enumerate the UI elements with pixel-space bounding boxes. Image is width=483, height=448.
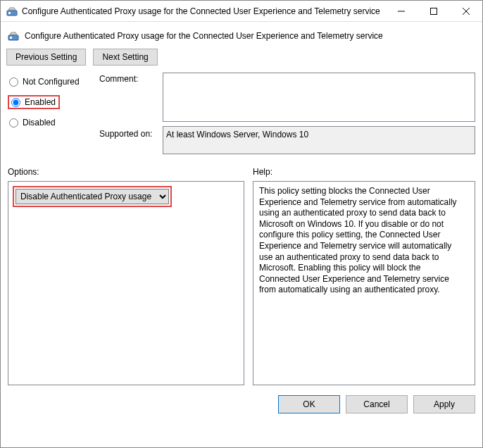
radio-enabled[interactable]	[11, 98, 20, 107]
options-pane: Disable Authenticated Proxy usage	[8, 181, 244, 385]
radio-not-configured-label: Not Configured	[23, 77, 80, 87]
apply-button[interactable]: Apply	[413, 395, 475, 413]
proxy-usage-select[interactable]: Disable Authenticated Proxy usage	[15, 189, 169, 204]
comment-label: Comment:	[99, 73, 163, 84]
cancel-button[interactable]: Cancel	[346, 395, 408, 413]
radio-disabled-label: Disabled	[23, 118, 56, 127]
supported-on-label: Supported on:	[99, 122, 163, 139]
options-label: Options:	[8, 167, 253, 177]
header: Configure Authenticated Proxy usage for …	[8, 27, 475, 44]
svg-rect-3	[431, 8, 437, 14]
svg-rect-7	[10, 37, 12, 39]
previous-setting-button[interactable]: Previous Setting	[6, 49, 86, 66]
maximize-button[interactable]	[418, 1, 450, 22]
close-button[interactable]	[450, 1, 482, 22]
comment-field[interactable]	[163, 73, 475, 122]
radio-not-configured[interactable]	[9, 77, 18, 87]
svg-rect-1	[8, 12, 11, 14]
titlebar: Configure Authenticated Proxy usage for …	[1, 1, 482, 22]
enabled-highlight: Enabled	[8, 95, 60, 109]
ok-button[interactable]: OK	[278, 395, 340, 413]
window-title: Configure Authenticated Proxy usage for …	[22, 6, 385, 16]
help-pane[interactable]: This policy setting blocks the Connected…	[253, 181, 475, 385]
next-setting-button[interactable]: Next Setting	[93, 49, 157, 66]
policy-icon	[8, 30, 19, 42]
supported-on-field	[163, 126, 475, 154]
help-label: Help:	[253, 167, 272, 177]
radio-enabled-label: Enabled	[25, 97, 56, 107]
header-text: Configure Authenticated Proxy usage for …	[25, 31, 383, 41]
minimize-button[interactable]	[385, 1, 418, 22]
radio-disabled[interactable]	[9, 118, 18, 127]
options-highlight: Disable Authenticated Proxy usage	[13, 186, 172, 207]
policy-icon	[6, 6, 18, 17]
help-text: This policy setting blocks the Connected…	[259, 186, 457, 294]
